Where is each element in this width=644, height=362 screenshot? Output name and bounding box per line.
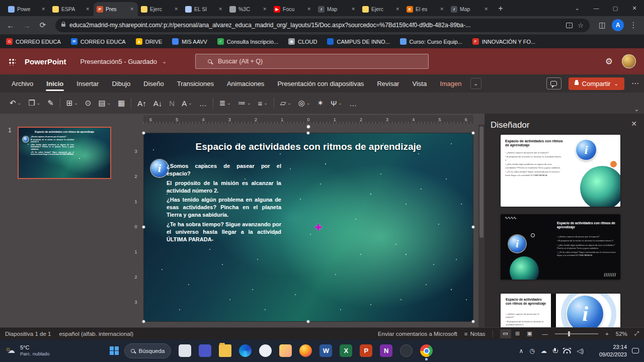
zoom-out-icon[interactable]: — <box>542 331 548 337</box>
document-title-chevron-icon[interactable]: ⌄ <box>162 58 167 65</box>
bookmark-item[interactable]: MIS AAVV <box>172 38 207 45</box>
taskbar-app-icon[interactable] <box>420 344 433 357</box>
browser-tab[interactable]: / Map ✕ <box>315 2 359 16</box>
ribbon-tab[interactable]: Inicio <box>40 74 70 93</box>
toolbar-button[interactable]: ≔ ⌄ <box>234 96 255 111</box>
toolbar-button[interactable]: ✶ ⌄ <box>313 96 327 111</box>
resize-handle[interactable] <box>471 225 475 229</box>
maximize-icon[interactable]: ▢ <box>606 0 625 16</box>
toolbar-button[interactable]: ⌄ <box>60 98 60 109</box>
taskbar-app-icon[interactable] <box>400 344 413 357</box>
toolbar-button[interactable]: ≣ ⌄ <box>216 96 234 111</box>
toolbar-button[interactable]: ⌄ <box>274 98 274 109</box>
taskbar-app-icon[interactable] <box>239 344 252 357</box>
ribbon-tab[interactable]: Animaciones <box>220 74 271 93</box>
resize-handle[interactable] <box>471 131 475 135</box>
scrollbar-thumb[interactable] <box>479 126 484 238</box>
browser-tab[interactable]: Ejerc ✕ <box>359 2 404 16</box>
toolbar-button[interactable]: ❐ ⌄ <box>25 96 44 111</box>
app-name[interactable]: PowerPoint <box>25 57 66 66</box>
browser-tab[interactable]: ▶ Focu ✕ <box>271 2 315 16</box>
address-bar[interactable]: educa2madrid-my.sharepoint.com/:p:/r/per… <box>55 19 590 32</box>
bookmark-item[interactable]: F INNOVACIÓN Y FO... <box>472 38 535 45</box>
body-paragraph[interactable]: El propósito de la misión es alcanzar la… <box>167 179 281 195</box>
bookmark-item[interactable]: ◉ CLOUD <box>288 38 317 45</box>
tab-close-icon[interactable]: ✕ <box>85 6 91 13</box>
browser-menu-icon[interactable]: ⋮ <box>627 19 640 32</box>
onedrive-cloud-icon[interactable]: ☁ <box>541 347 547 354</box>
rotation-handle[interactable] <box>306 125 310 129</box>
taskbar-clock[interactable]: 23:14 09/02/2023 <box>599 343 627 358</box>
collapse-ribbon-icon[interactable]: ⌄ <box>634 106 639 113</box>
taskbar-app-icon[interactable]: W <box>319 344 332 357</box>
toolbar-button[interactable]: ✎ ⌄ <box>44 96 57 111</box>
taskbar-app-icon[interactable] <box>179 344 191 357</box>
volume-icon[interactable]: ◁) <box>577 347 584 354</box>
info-icon[interactable]: i <box>151 160 168 177</box>
taskbar-app-icon[interactable] <box>259 344 272 357</box>
toolbar-button[interactable]: ⊞ ⌄ <box>63 96 82 111</box>
ribbon-tab[interactable]: Diseño <box>137 74 170 93</box>
browser-tab[interactable]: %3C ✕ <box>226 2 271 16</box>
fit-to-window-icon[interactable]: ⤢ <box>634 330 639 337</box>
toolbar-button[interactable]: A↓ ⌄ <box>150 96 166 111</box>
resize-handle[interactable] <box>142 320 145 323</box>
app-launcher-icon[interactable] <box>8 58 16 65</box>
forward-icon[interactable]: → <box>20 19 33 32</box>
share-button[interactable]: Compartir ⌄ <box>569 77 624 90</box>
minimize-icon[interactable]: — <box>587 0 606 16</box>
tray-expand-icon[interactable]: ∧ <box>519 347 523 354</box>
bookmark-item[interactable]: CAMPUS DE INNO... <box>327 38 389 45</box>
browser-tab[interactable]: Ejerc ✕ <box>138 2 182 16</box>
toolbar-button[interactable]: … ⌄ <box>196 96 210 111</box>
body-paragraph[interactable]: ¿Somos capaces de pasear por el espacio? <box>167 162 281 177</box>
account-avatar[interactable] <box>622 54 636 68</box>
tab-close-icon[interactable]: ✕ <box>439 6 445 13</box>
zoom-slider[interactable] <box>555 333 598 334</box>
toolbar-button[interactable]: ◎ ⌄ <box>295 96 314 111</box>
toolbar-button[interactable]: … ⌄ <box>346 96 360 111</box>
taskbar-app-icon[interactable]: N <box>380 344 392 357</box>
design-suggestion[interactable]: ∿∿∿∿ Espacio de actividades con ritmos d… <box>501 214 620 280</box>
zoom-in-icon[interactable]: + <box>605 331 609 337</box>
toolbar-button[interactable]: ▤ ⌄ <box>95 96 114 111</box>
document-title[interactable]: Presentación5 - Guardado <box>80 58 157 65</box>
ribbon-tab[interactable]: Vista <box>406 74 433 93</box>
side-panel-icon[interactable]: ◫ <box>596 19 609 32</box>
ribbon-tab[interactable]: Insertar <box>70 74 105 93</box>
notes-button[interactable]: ≡ Notas <box>464 331 486 337</box>
taskbar-app-icon[interactable]: X <box>340 344 352 357</box>
toolbar-button[interactable]: ⊙ ⌄ <box>82 96 95 111</box>
slide-thumbnail[interactable]: Espacio de actividades con ritmos de apr… <box>18 127 111 179</box>
slide-body-textbox[interactable]: ¿Somos capaces de pasear por el espacio?… <box>167 162 281 245</box>
bookmark-star-icon[interactable]: ☆ <box>578 22 584 29</box>
browser-tab[interactable]: Powe ✕ <box>5 2 49 16</box>
wifi-icon[interactable] <box>563 348 571 353</box>
bookmark-item[interactable]: ✉ CORREO EDUCA <box>71 38 126 45</box>
tab-close-icon[interactable]: ✕ <box>394 6 400 13</box>
resize-handle[interactable] <box>142 225 145 229</box>
bookmark-item[interactable]: G CORREO EDUCA <box>6 38 61 45</box>
clock-icon[interactable]: ◷ <box>529 347 534 354</box>
bookmark-item[interactable]: ▲ DRIVE <box>136 38 163 45</box>
tab-search-icon[interactable]: ⌄ <box>568 0 587 16</box>
taskbar-app-icon[interactable]: P <box>360 344 372 357</box>
tab-close-icon[interactable]: ✕ <box>40 6 46 13</box>
ribbon-tab[interactable]: Imagen <box>433 74 468 93</box>
body-paragraph[interactable]: ¿Has tenido algún problema en alguna de … <box>167 196 281 219</box>
toolbar-button[interactable]: Ψ ⌄ <box>327 96 346 111</box>
zoom-slider-thumb[interactable] <box>568 331 570 336</box>
tab-close-icon[interactable]: ✕ <box>217 6 223 13</box>
weather-widget[interactable]: ☼ ☁ 5°C Parc. nublado <box>5 344 50 357</box>
resize-handle[interactable] <box>142 131 145 135</box>
microphone-icon[interactable] <box>553 348 557 354</box>
refresh-icon[interactable]: ⟳ <box>36 19 49 32</box>
tab-close-icon[interactable]: ✕ <box>262 6 268 13</box>
tab-close-icon[interactable]: ✕ <box>129 6 135 13</box>
toolbar-button[interactable]: ⌄ <box>213 98 213 109</box>
toolbar-button[interactable]: ≡ ⌄ <box>254 96 271 111</box>
view-slideshow-icon[interactable]: ▣ <box>524 329 535 338</box>
ribbon-tab[interactable]: Presentación con diapositivas <box>271 74 370 93</box>
body-paragraph[interactable]: ¿Te ha sobra tiempo? Sigue avanzando por… <box>167 221 281 243</box>
bookmark-item[interactable]: ✓ Consulta Inscripcio... <box>217 38 278 45</box>
